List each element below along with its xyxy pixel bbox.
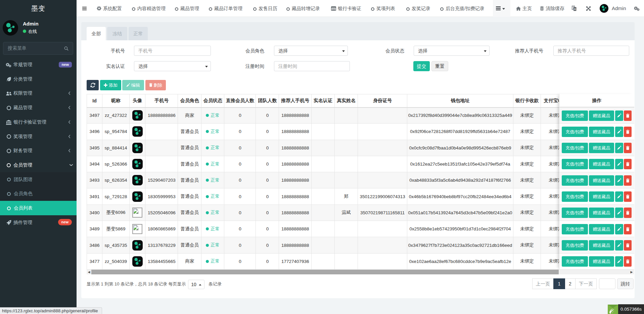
svg-text:A: A xyxy=(574,7,576,11)
